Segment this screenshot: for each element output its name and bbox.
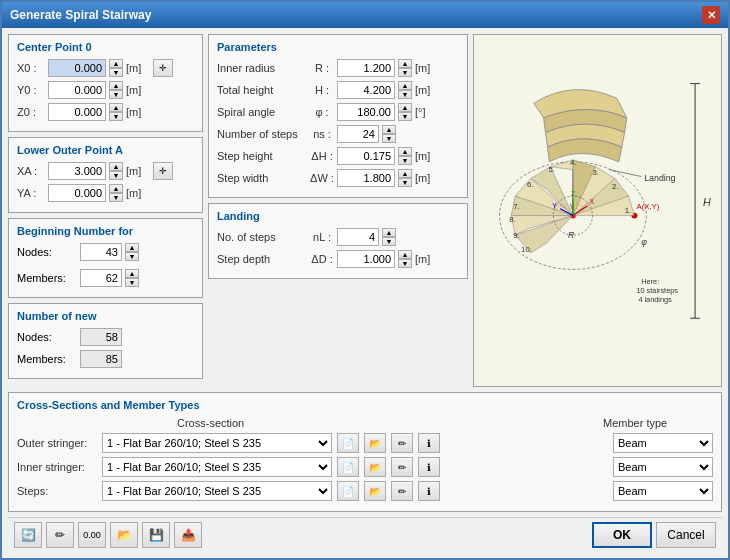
xa-spin-up[interactable]: ▲: [109, 162, 123, 171]
spiral-angle-input[interactable]: [337, 103, 395, 121]
value-button[interactable]: 0.00: [78, 522, 106, 548]
ir-spin-down[interactable]: ▼: [398, 68, 412, 77]
step-depth-input[interactable]: [337, 250, 395, 268]
outer-stringer-cs-select[interactable]: 1 - Flat Bar 260/10; Steel S 235: [102, 433, 332, 453]
export-button[interactable]: 📤: [174, 522, 202, 548]
xa-spin-down[interactable]: ▼: [109, 171, 123, 180]
sw-spin-up[interactable]: ▲: [398, 169, 412, 178]
sh-spin-up[interactable]: ▲: [398, 147, 412, 156]
ns-spin-up[interactable]: ▲: [382, 125, 396, 134]
x0-spinner[interactable]: ▲ ▼: [109, 59, 123, 77]
members-spinner[interactable]: ▲ ▼: [125, 269, 139, 287]
xa-spinner[interactable]: ▲ ▼: [109, 162, 123, 180]
steps-cs-select[interactable]: 1 - Flat Bar 260/10; Steel S 235: [102, 481, 332, 501]
num-steps-input[interactable]: [337, 125, 379, 143]
y0-input[interactable]: [48, 81, 106, 99]
steps-cs-save-button[interactable]: ✏: [391, 481, 413, 501]
x0-spin-down[interactable]: ▼: [109, 68, 123, 77]
ya-spinner[interactable]: ▲ ▼: [109, 184, 123, 202]
members-input[interactable]: [80, 269, 122, 287]
z0-input[interactable]: [48, 103, 106, 121]
ns-spin-down[interactable]: ▼: [382, 134, 396, 143]
num-steps-spinner[interactable]: ▲ ▼: [382, 125, 396, 143]
inner-stringer-member-select[interactable]: Beam: [613, 457, 713, 477]
xa-input[interactable]: [48, 162, 106, 180]
ya-spin-down[interactable]: ▼: [109, 193, 123, 202]
ya-spin-up[interactable]: ▲: [109, 184, 123, 193]
z0-spinner[interactable]: ▲ ▼: [109, 103, 123, 121]
sw-spin-down[interactable]: ▼: [398, 178, 412, 187]
outer-cs-save-button[interactable]: ✏: [391, 433, 413, 453]
nodes-spinner[interactable]: ▲ ▼: [125, 243, 139, 261]
inner-cs-new-button[interactable]: 📄: [337, 457, 359, 477]
step-width-input[interactable]: [337, 169, 395, 187]
steps-member-select[interactable]: Beam: [613, 481, 713, 501]
sa-spin-down[interactable]: ▼: [398, 112, 412, 121]
svg-text:7.: 7.: [513, 202, 520, 211]
sd-spin-up[interactable]: ▲: [398, 250, 412, 259]
y0-spinner[interactable]: ▲ ▼: [109, 81, 123, 99]
members-spin-down[interactable]: ▼: [125, 278, 139, 287]
new-nodes-input[interactable]: [80, 328, 122, 346]
edit-button[interactable]: ✏: [46, 522, 74, 548]
step-height-unit: [m]: [415, 150, 439, 162]
inner-cs-open-button[interactable]: 📂: [364, 457, 386, 477]
svg-text:6.: 6.: [527, 180, 534, 189]
steps-cs-open-button[interactable]: 📂: [364, 481, 386, 501]
x0-input[interactable]: [48, 59, 106, 77]
steps-cs-info-button[interactable]: ℹ: [418, 481, 440, 501]
inner-cs-info-button[interactable]: ℹ: [418, 457, 440, 477]
nodes-input[interactable]: [80, 243, 122, 261]
xa-pick-button[interactable]: ✛: [153, 162, 173, 180]
step-width-spinner[interactable]: ▲ ▼: [398, 169, 412, 187]
ir-spin-up[interactable]: ▲: [398, 59, 412, 68]
th-spin-down[interactable]: ▼: [398, 90, 412, 99]
sa-spin-up[interactable]: ▲: [398, 103, 412, 112]
y0-spin-down[interactable]: ▼: [109, 90, 123, 99]
sd-spin-down[interactable]: ▼: [398, 259, 412, 268]
z0-spin-up[interactable]: ▲: [109, 103, 123, 112]
ok-button[interactable]: OK: [592, 522, 652, 548]
inner-stringer-cs-select[interactable]: 1 - Flat Bar 260/10; Steel S 235: [102, 457, 332, 477]
outer-cs-new-button[interactable]: 📄: [337, 433, 359, 453]
no-steps-input[interactable]: [337, 228, 379, 246]
no-steps-label: No. of steps: [217, 231, 307, 243]
step-height-spinner[interactable]: ▲ ▼: [398, 147, 412, 165]
total-height-input[interactable]: [337, 81, 395, 99]
members-label: Members:: [17, 272, 77, 284]
inner-radius-spinner[interactable]: ▲ ▼: [398, 59, 412, 77]
total-height-spinner[interactable]: ▲ ▼: [398, 81, 412, 99]
ya-input[interactable]: [48, 184, 106, 202]
x0-pick-button[interactable]: ✛: [153, 59, 173, 77]
outer-cs-info-button[interactable]: ℹ: [418, 433, 440, 453]
new-members-input[interactable]: [80, 350, 122, 368]
landing-panel: Landing No. of steps nL : ▲ ▼ Step depth…: [208, 203, 468, 279]
inner-radius-input[interactable]: [337, 59, 395, 77]
nodes-spin-up[interactable]: ▲: [125, 243, 139, 252]
th-spin-up[interactable]: ▲: [398, 81, 412, 90]
outer-stringer-member-select[interactable]: Beam: [613, 433, 713, 453]
cancel-button[interactable]: Cancel: [656, 522, 716, 548]
nl-spin-up[interactable]: ▲: [382, 228, 396, 237]
close-button[interactable]: ✕: [702, 6, 720, 24]
number-new-title: Number of new: [17, 310, 194, 322]
inner-cs-save-button[interactable]: ✏: [391, 457, 413, 477]
save-button[interactable]: 💾: [142, 522, 170, 548]
step-depth-spinner[interactable]: ▲ ▼: [398, 250, 412, 268]
sh-spin-down[interactable]: ▼: [398, 156, 412, 165]
number-new-panel: Number of new Nodes: Members:: [8, 303, 203, 379]
open-button[interactable]: 📂: [110, 522, 138, 548]
new-button[interactable]: 🔄: [14, 522, 42, 548]
members-spin-up[interactable]: ▲: [125, 269, 139, 278]
nodes-spin-down[interactable]: ▼: [125, 252, 139, 261]
no-steps-spinner[interactable]: ▲ ▼: [382, 228, 396, 246]
y0-spin-up[interactable]: ▲: [109, 81, 123, 90]
spiral-angle-spinner[interactable]: ▲ ▼: [398, 103, 412, 121]
z0-spin-down[interactable]: ▼: [109, 112, 123, 121]
nl-spin-down[interactable]: ▼: [382, 237, 396, 246]
step-height-input[interactable]: [337, 147, 395, 165]
new-members-label: Members:: [17, 353, 77, 365]
outer-cs-open-button[interactable]: 📂: [364, 433, 386, 453]
steps-cs-new-button[interactable]: 📄: [337, 481, 359, 501]
x0-spin-up[interactable]: ▲: [109, 59, 123, 68]
